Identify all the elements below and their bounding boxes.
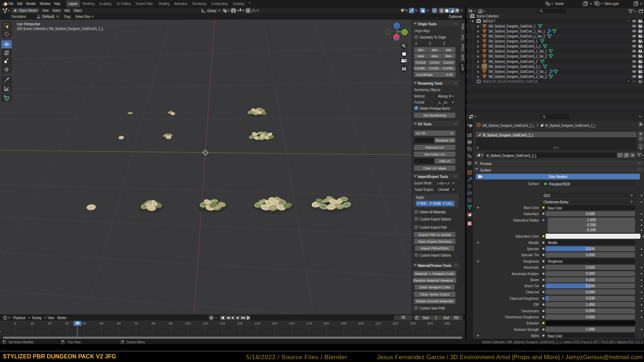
svg-text:120: 120 [220,321,225,325]
svg-text:0: 0 [14,321,16,325]
svg-text:180: 180 [323,321,329,325]
svg-text:110: 110 [203,321,208,325]
svg-text:60: 60 [117,321,121,325]
svg-text:190: 190 [341,321,346,325]
svg-text:160: 160 [289,321,294,325]
svg-text:100: 100 [185,321,191,325]
svg-text:230: 230 [410,321,416,325]
svg-text:200: 200 [358,321,364,325]
svg-text:90: 90 [169,321,173,325]
svg-text:220: 220 [392,321,398,325]
svg-text:20: 20 [48,321,52,325]
svg-text:240: 240 [427,321,433,325]
svg-text:80: 80 [152,321,156,325]
svg-text:Z: Z [396,24,398,28]
svg-text:30: 30 [65,321,69,325]
svg-text:150: 150 [272,321,277,325]
svg-text:130: 130 [237,321,243,325]
svg-text:Y: Y [404,31,406,34]
svg-text:70: 70 [134,321,138,325]
svg-text:140: 140 [254,321,260,325]
svg-text:40: 40 [82,321,86,325]
svg-text:210: 210 [375,321,381,325]
svg-text:250: 250 [444,321,450,325]
svg-text:X: X [395,36,397,39]
svg-text:170: 170 [306,321,312,325]
svg-text:10: 10 [30,321,34,325]
svg-text:50: 50 [100,321,104,325]
